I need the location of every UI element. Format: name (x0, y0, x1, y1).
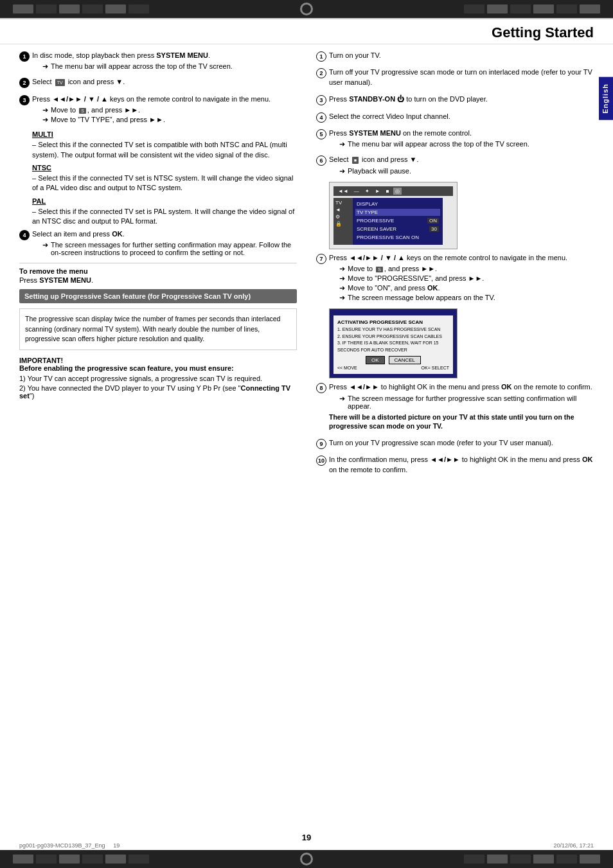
right-step-2-content: Turn off your TV progressive scan mode o… (329, 67, 594, 89)
step-1-number: 1 (19, 51, 30, 62)
right-step-2-number: 2 (316, 68, 326, 78)
menu-bar-item-4: ► (373, 188, 382, 195)
arrow-icon-r7b: ➜ (339, 274, 345, 283)
bar-block-1 (13, 4, 33, 13)
right-step-5-number: 5 (316, 129, 326, 139)
bottom-bar-block-r5 (556, 855, 577, 864)
confirm-nav-select: OK= SELECT (422, 366, 449, 370)
right-step-3-number: 3 (316, 95, 326, 105)
bottom-bar-block-5 (105, 855, 126, 864)
menu-label-progressive2: PROGRESSIVE SCAN ON (357, 235, 419, 240)
right-step-7-arrow-3: ➜ Move to "ON", and press OK. (339, 284, 594, 292)
right-step-10: 10 In the confirmation menu, press ◄◄/►►… (316, 455, 594, 477)
bar-block-r5 (556, 4, 577, 13)
step-3-arrow-1: ➜ Move to S, and press ►►. (42, 106, 297, 114)
right-step-5-arrow-text: The menu bar will appear across the top … (348, 140, 529, 148)
setup-icon: S (79, 108, 86, 114)
right-step-7-arrow-2: ➜ Move to "PROGRESSIVE", and press ►►. (339, 274, 594, 283)
screen-icon-lock: 🔒 (335, 221, 351, 227)
right-step-7-arrow-4: ➜ The screen message below appears on th… (339, 294, 594, 302)
menu-bar-item-2: — (352, 188, 361, 195)
ntsc-text: – Select this if the connected TV set is… (32, 173, 297, 193)
confirm-buttons: OK CANCEL (337, 356, 449, 364)
confirm-cancel-button[interactable]: CANCEL (389, 356, 421, 364)
bar-block-5 (105, 4, 126, 13)
right-step-4-text: Select the correct Video Input channel. (329, 112, 594, 121)
right-step-8-warn: There will be a distorted picture on you… (329, 412, 594, 431)
right-step-7-arrow-text-4: The screen message below appears on the … (348, 294, 495, 301)
right-step-9-content: Turn on your TV progressive scan mode (r… (329, 438, 594, 450)
right-step-6-arrow-text: Playback will pause. (348, 167, 411, 175)
arrow-icon-3a: ➜ (42, 106, 48, 114)
menu-bar-item-6-active: ◎ (393, 188, 402, 195)
right-step-1-number: 1 (316, 51, 326, 62)
right-step-9: 9 Turn on your TV progressive scan mode … (316, 438, 594, 450)
ntsc-heading: NTSC (32, 164, 297, 172)
top-bar-left-blocks (13, 4, 149, 13)
menu-panel-screensaver: SCREEN SAVER 30 (355, 226, 440, 233)
arrow-icon-r6: ➜ (339, 167, 345, 175)
center-circle (300, 3, 313, 15)
step-3-content: Press ◄◄/►► / ▼ / ▲ keys on the remote c… (32, 94, 297, 125)
info-box-text: The progressive scan display twice the n… (25, 314, 291, 344)
right-step-7-arrow-text-1: Move to S, and press ►►. (348, 265, 437, 272)
step-4: 4 Select an item and press OK. ➜ The scr… (19, 229, 297, 258)
arrow-icon-r7d: ➜ (339, 294, 345, 302)
bottom-bar-left-blocks (13, 855, 149, 864)
right-step-3-text: Press STANDBY-ON ⏻ to turn on the DVD pl… (329, 94, 594, 104)
step-2-number: 2 (19, 78, 30, 88)
step-3: 3 Press ◄◄/►► / ▼ / ▲ keys on the remote… (19, 94, 297, 125)
step-4-number: 4 (19, 230, 30, 240)
bottom-center-circle (300, 853, 313, 865)
screen-icon-gear: ⚙ (335, 214, 351, 220)
pal-text: – Select this if the connected TV set is… (32, 207, 297, 227)
menu-panel-progressive2: PROGRESSIVE SCAN ON (355, 234, 440, 241)
pal-heading: PAL (32, 197, 297, 205)
bar-block-6 (129, 4, 149, 13)
bottom-bar-block-2 (36, 855, 57, 864)
confirm-nav: << MOVE OK= SELECT (337, 366, 449, 370)
step-2: 2 Select TV icon and press ▼. (19, 77, 297, 89)
bottom-bar-block-r2 (487, 855, 508, 864)
menu-val-screensaver: 30 (429, 226, 439, 232)
arrow-icon-r5: ➜ (339, 140, 345, 148)
menu-bar-item-5: ■ (384, 188, 391, 195)
menu-val-progressive: ON (427, 218, 439, 224)
confirm-line-1: 1. ENSURE YOUR TV HAS PROGRESSIVE SCAN (337, 326, 449, 333)
bar-block-r6 (580, 4, 600, 13)
right-step-7-arrow-1: ➜ Move to S, and press ►►. (339, 265, 594, 273)
page-title: Getting Started (492, 24, 594, 41)
bottom-bar-center (300, 853, 313, 865)
bar-block-3 (59, 4, 80, 13)
step-1-content: In disc mode, stop playback then press S… (32, 51, 297, 72)
arrow-icon-1: ➜ (42, 62, 48, 71)
confirm-ok-button[interactable]: OK (366, 356, 385, 364)
screen-icon-tv: TV (335, 200, 351, 206)
tv-icon-inline: TV (55, 79, 65, 87)
right-step-8-arrow: ➜ The screen message for further progres… (339, 394, 594, 410)
right-step-6-content: Select ■ icon and press ▼. ➜ Playback wi… (329, 155, 594, 176)
confirm-title: ACTIVATING PROGRESSIVE SCAN (337, 319, 449, 325)
progressive-scan-highlight-box: Setting up Progressive Scan feature (for… (19, 289, 297, 303)
bar-block-2 (36, 4, 57, 13)
menu-label-tvtype: TV TYPE (357, 209, 378, 215)
step-4-content: Select an item and press OK. ➜ The scree… (32, 229, 297, 258)
arrow-icon-3b: ➜ (42, 116, 48, 124)
bottom-bar-block-4 (82, 855, 103, 864)
multi-heading: MULTI (32, 130, 297, 138)
top-decorative-bar (0, 0, 613, 18)
progressive-scan-info-box: The progressive scan display twice the n… (19, 308, 297, 350)
right-column: 1 Turn on your TV. 2 Turn off your TV pr… (316, 51, 594, 482)
english-language-tab: English (599, 77, 613, 120)
right-step-1-content: Turn on your TV. (329, 51, 594, 62)
right-step-7-arrow-text-2: Move to "PROGRESSIVE", and press ►►. (348, 274, 484, 282)
multi-text: – Select this if the connected TV set is… (32, 140, 297, 160)
menu-label-display: DISPLAY (357, 201, 378, 207)
screen-mock-2: ACTIVATING PROGRESSIVE SCAN 1. ENSURE YO… (329, 308, 458, 378)
right-step-5-text: Press SYSTEM MENU on the remote control. (329, 128, 594, 138)
step-4-arrow-1: ➜ The screen messages for further settin… (42, 241, 297, 256)
step-4-arrow-text: The screen messages for further setting … (51, 241, 297, 256)
bar-block-r1 (464, 4, 484, 13)
right-step-8: 8 Press ◄◄/►► to highlight OK in the men… (316, 382, 594, 433)
right-step-6-arrow: ➜ Playback will pause. (339, 167, 594, 175)
